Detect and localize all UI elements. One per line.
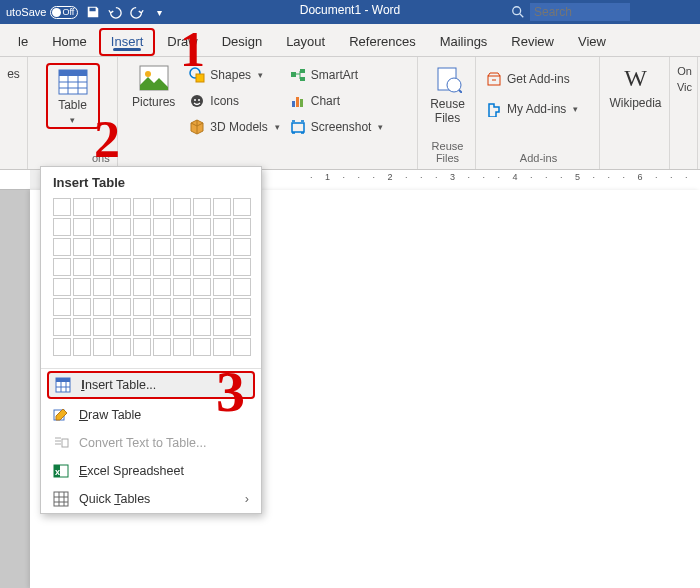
coverpage-icon[interactable]: es: [7, 67, 20, 81]
grid-cell[interactable]: [93, 298, 111, 316]
grid-cell[interactable]: [173, 198, 191, 216]
grid-cell[interactable]: [133, 318, 151, 336]
grid-cell[interactable]: [113, 338, 131, 356]
grid-cell[interactable]: [193, 318, 211, 336]
wikipedia-button[interactable]: W Wikipedia: [605, 63, 665, 112]
3d-models-button[interactable]: 3D Models▾: [189, 117, 279, 137]
grid-cell[interactable]: [173, 338, 191, 356]
tab-insert[interactable]: Insert: [99, 28, 156, 56]
grid-cell[interactable]: [73, 298, 91, 316]
grid-cell[interactable]: [113, 298, 131, 316]
grid-cell[interactable]: [73, 238, 91, 256]
grid-cell[interactable]: [153, 258, 171, 276]
redo-icon[interactable]: [130, 5, 144, 19]
grid-cell[interactable]: [233, 338, 251, 356]
search-box[interactable]: [511, 0, 630, 24]
grid-cell[interactable]: [113, 258, 131, 276]
grid-cell[interactable]: [153, 238, 171, 256]
pictures-button[interactable]: Pictures: [128, 63, 179, 111]
tab-references[interactable]: References: [337, 28, 427, 56]
grid-cell[interactable]: [133, 218, 151, 236]
shapes-button[interactable]: Shapes▾: [189, 65, 279, 85]
grid-cell[interactable]: [173, 218, 191, 236]
grid-cell[interactable]: [53, 258, 71, 276]
grid-cell[interactable]: [193, 298, 211, 316]
menu-quick-tables[interactable]: Quick Tables ›: [41, 485, 261, 513]
menu-draw-table[interactable]: Draw Table: [41, 401, 261, 429]
grid-cell[interactable]: [133, 258, 151, 276]
chart-button[interactable]: Chart: [290, 91, 384, 111]
screenshot-button[interactable]: Screenshot▾: [290, 117, 384, 137]
grid-cell[interactable]: [93, 258, 111, 276]
grid-cell[interactable]: [233, 258, 251, 276]
grid-cell[interactable]: [73, 258, 91, 276]
grid-cell[interactable]: [153, 218, 171, 236]
grid-cell[interactable]: [93, 218, 111, 236]
grid-cell[interactable]: [213, 278, 231, 296]
grid-cell[interactable]: [233, 278, 251, 296]
grid-cell[interactable]: [53, 198, 71, 216]
grid-cell[interactable]: [173, 298, 191, 316]
table-grid-picker[interactable]: [41, 196, 261, 366]
grid-cell[interactable]: [233, 298, 251, 316]
grid-cell[interactable]: [113, 238, 131, 256]
grid-cell[interactable]: [193, 218, 211, 236]
grid-cell[interactable]: [173, 258, 191, 276]
grid-cell[interactable]: [53, 318, 71, 336]
grid-cell[interactable]: [173, 238, 191, 256]
tab-layout[interactable]: Layout: [274, 28, 337, 56]
grid-cell[interactable]: [113, 198, 131, 216]
tab-design[interactable]: Design: [210, 28, 274, 56]
grid-cell[interactable]: [153, 298, 171, 316]
grid-cell[interactable]: [93, 198, 111, 216]
grid-cell[interactable]: [133, 198, 151, 216]
grid-cell[interactable]: [113, 278, 131, 296]
grid-cell[interactable]: [193, 198, 211, 216]
grid-cell[interactable]: [213, 238, 231, 256]
grid-cell[interactable]: [213, 218, 231, 236]
tab-draw[interactable]: Draw: [155, 28, 209, 56]
grid-cell[interactable]: [193, 278, 211, 296]
grid-cell[interactable]: [193, 338, 211, 356]
grid-cell[interactable]: [213, 318, 231, 336]
grid-cell[interactable]: [93, 318, 111, 336]
grid-cell[interactable]: [93, 278, 111, 296]
grid-cell[interactable]: [233, 218, 251, 236]
grid-cell[interactable]: [113, 318, 131, 336]
grid-cell[interactable]: [213, 338, 231, 356]
icons-button[interactable]: Icons: [189, 91, 279, 111]
tab-home[interactable]: Home: [40, 28, 99, 56]
grid-cell[interactable]: [53, 338, 71, 356]
grid-cell[interactable]: [173, 318, 191, 336]
grid-cell[interactable]: [53, 278, 71, 296]
save-icon[interactable]: [86, 5, 100, 19]
grid-cell[interactable]: [73, 338, 91, 356]
undo-icon[interactable]: [108, 5, 122, 19]
tab-review[interactable]: Review: [499, 28, 566, 56]
grid-cell[interactable]: [133, 278, 151, 296]
online-video-button[interactable]: On Vic: [673, 63, 696, 95]
grid-cell[interactable]: [73, 218, 91, 236]
grid-cell[interactable]: [153, 338, 171, 356]
grid-cell[interactable]: [53, 218, 71, 236]
grid-cell[interactable]: [153, 198, 171, 216]
chevron-down-icon[interactable]: ▾: [152, 5, 166, 19]
grid-cell[interactable]: [233, 238, 251, 256]
menu-excel-spreadsheet[interactable]: x Excel Spreadsheet: [41, 457, 261, 485]
search-input[interactable]: [530, 3, 630, 21]
get-addins-button[interactable]: Get Add-ins: [486, 69, 591, 89]
grid-cell[interactable]: [73, 318, 91, 336]
tab-view[interactable]: View: [566, 28, 618, 56]
grid-cell[interactable]: [73, 278, 91, 296]
grid-cell[interactable]: [233, 198, 251, 216]
grid-cell[interactable]: [213, 298, 231, 316]
my-addins-button[interactable]: My Add-ins▾: [486, 99, 591, 119]
autosave-toggle[interactable]: utoSave Off: [6, 6, 78, 19]
grid-cell[interactable]: [213, 258, 231, 276]
tab-file[interactable]: le: [6, 28, 40, 56]
grid-cell[interactable]: [53, 298, 71, 316]
grid-cell[interactable]: [233, 318, 251, 336]
grid-cell[interactable]: [113, 218, 131, 236]
grid-cell[interactable]: [193, 238, 211, 256]
grid-cell[interactable]: [93, 238, 111, 256]
